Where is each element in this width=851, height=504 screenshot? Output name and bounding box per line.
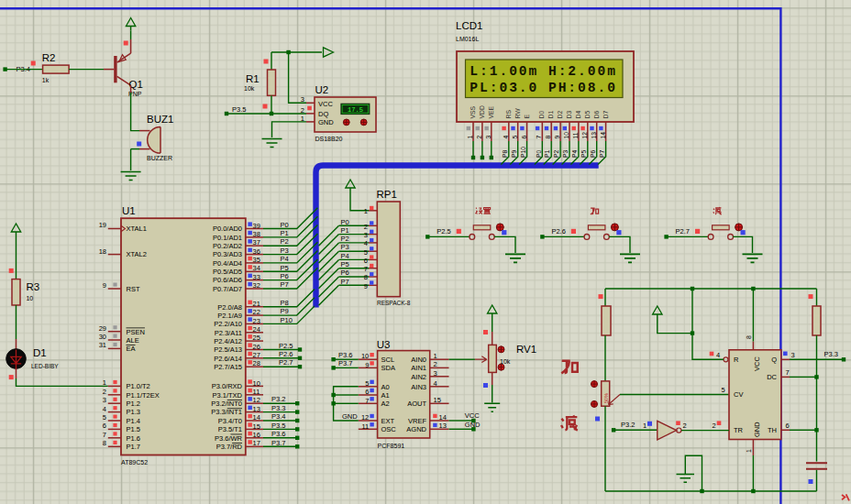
svg-text:RS: RS [505, 110, 512, 119]
svg-text:P3.4: P3.4 [271, 412, 285, 421]
svg-text:P3.2/INT0: P3.2/INT0 [211, 400, 242, 408]
svg-text:P3.5: P3.5 [271, 422, 285, 430]
svg-text:8: 8 [746, 335, 752, 339]
svg-text:AIN2: AIN2 [411, 373, 426, 381]
svg-text:1: 1 [364, 207, 368, 215]
svg-text:11: 11 [572, 132, 579, 138]
svg-text:GND: GND [753, 422, 761, 437]
svg-text:21: 21 [253, 300, 260, 308]
svg-text:P6: P6 [590, 149, 596, 158]
svg-text:13: 13 [253, 405, 260, 413]
svg-text:P2.7/A15: P2.7/A15 [214, 363, 242, 371]
svg-text:BUZZER: BUZZER [147, 155, 172, 161]
svg-text:EXT: EXT [381, 417, 395, 425]
svg-text:P3.3/INT1: P3.3/INT1 [211, 408, 242, 416]
svg-text:8: 8 [364, 273, 368, 281]
svg-text:P10: P10 [520, 147, 526, 158]
svg-text:P4: P4 [341, 252, 349, 260]
svg-text:XTAL1: XTAL1 [127, 225, 147, 233]
svg-text:11: 11 [253, 388, 260, 396]
svg-text:LM016L: LM016L [456, 36, 479, 42]
svg-text:9: 9 [364, 282, 368, 290]
svg-text:SCL: SCL [381, 356, 395, 364]
svg-text:P0: P0 [281, 221, 289, 229]
svg-text:7: 7 [103, 431, 106, 439]
svg-text:13: 13 [591, 132, 597, 139]
svg-text:7: 7 [365, 397, 369, 405]
svg-text:P1.0/T2: P1.0/T2 [127, 382, 150, 390]
svg-text:6: 6 [364, 257, 368, 265]
svg-text:1: 1 [434, 352, 437, 360]
svg-text:5: 5 [364, 248, 368, 257]
svg-text:P2.5/A13: P2.5/A13 [214, 345, 242, 354]
svg-text:P3.2: P3.2 [621, 421, 635, 429]
svg-text:1: 1 [103, 378, 106, 387]
svg-text:15: 15 [253, 422, 260, 431]
svg-text:2: 2 [301, 106, 304, 115]
svg-text:6: 6 [786, 422, 790, 430]
svg-text:P3.5/T1: P3.5/T1 [218, 425, 242, 433]
svg-text:P9: P9 [281, 307, 289, 315]
svg-text:P0.7/AD7: P0.7/AD7 [213, 285, 242, 293]
svg-text:15: 15 [434, 396, 441, 404]
svg-text:13: 13 [439, 422, 447, 430]
svg-text:5: 5 [103, 413, 106, 422]
svg-text:A2: A2 [381, 400, 390, 408]
svg-text:34: 34 [253, 264, 260, 272]
svg-text:2: 2 [434, 360, 437, 368]
svg-text:7: 7 [536, 136, 542, 139]
svg-text:14: 14 [439, 413, 447, 422]
svg-text:P7: P7 [281, 280, 289, 289]
svg-text:P0.0/AD0: P0.0/AD0 [213, 225, 242, 233]
svg-text:P3.5: P3.5 [232, 105, 246, 114]
svg-text:2: 2 [713, 422, 716, 430]
svg-text:5: 5 [365, 379, 369, 388]
svg-text:P8: P8 [281, 299, 289, 307]
svg-text:P2.7: P2.7 [676, 227, 690, 236]
svg-text:PSEN: PSEN [127, 328, 145, 336]
svg-text:AOUT: AOUT [407, 400, 426, 408]
svg-text:11: 11 [362, 422, 370, 431]
svg-text:33: 33 [253, 273, 260, 281]
svg-text:P1.2: P1.2 [127, 400, 140, 408]
svg-text:4: 4 [716, 351, 720, 359]
svg-text:4: 4 [103, 405, 106, 413]
svg-text:2: 2 [103, 388, 106, 396]
svg-text:U3: U3 [377, 339, 391, 350]
svg-text:AIN3: AIN3 [411, 383, 426, 391]
svg-text:28: 28 [253, 359, 260, 367]
svg-text:P0: P0 [341, 218, 349, 226]
svg-text:P1.7: P1.7 [127, 443, 140, 451]
svg-text:2: 2 [476, 136, 482, 139]
svg-text:5: 5 [722, 386, 725, 394]
svg-text:P1: P1 [544, 149, 550, 158]
svg-text:24: 24 [253, 325, 260, 334]
svg-text:3: 3 [434, 369, 437, 378]
svg-text:31: 31 [99, 341, 106, 349]
svg-text:VDD: VDD [479, 105, 485, 118]
svg-text:32: 32 [253, 281, 260, 290]
svg-text:RST: RST [127, 285, 140, 293]
svg-text:AIN1: AIN1 [411, 364, 426, 372]
svg-text:P2.6/A14: P2.6/A14 [214, 355, 242, 363]
svg-text:P2.6: P2.6 [551, 227, 565, 236]
svg-text:6: 6 [521, 136, 527, 139]
svg-text:VSS: VSS [470, 105, 476, 118]
svg-text:P3.6: P3.6 [338, 351, 352, 359]
svg-text:22: 22 [253, 308, 260, 316]
svg-text:P2.4/A12: P2.4/A12 [214, 337, 242, 345]
svg-text:DQ: DQ [318, 110, 328, 118]
svg-text:AT89C52: AT89C52 [121, 459, 148, 466]
svg-text:P2: P2 [281, 237, 289, 246]
svg-text:A1: A1 [381, 391, 390, 400]
svg-text:36: 36 [253, 247, 260, 256]
svg-text:P4: P4 [281, 255, 289, 263]
svg-text:4: 4 [364, 239, 368, 247]
svg-text:P1.6: P1.6 [127, 434, 140, 443]
svg-text:P5: P5 [580, 149, 587, 158]
svg-text:P0.5/AD5: P0.5/AD5 [213, 268, 242, 276]
svg-text:3: 3 [103, 396, 106, 404]
svg-text:P1: P1 [281, 229, 289, 237]
svg-text:P5: P5 [341, 260, 349, 268]
svg-text:P0.1/AD1: P0.1/AD1 [213, 234, 242, 242]
